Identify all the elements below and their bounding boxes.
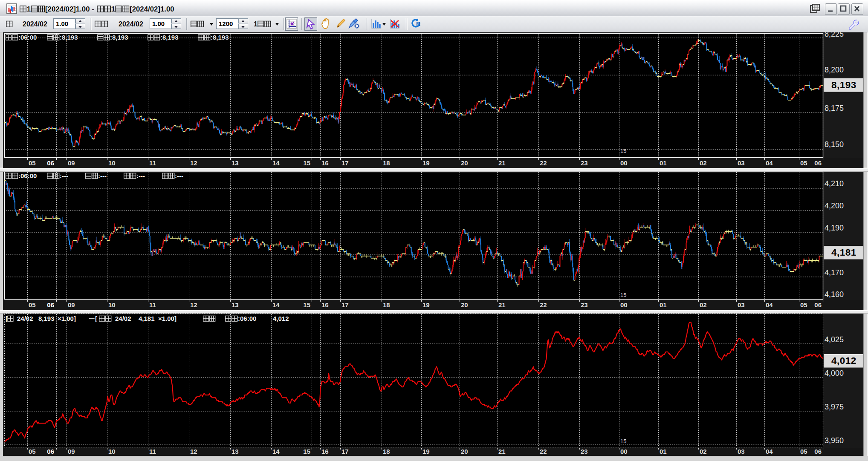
svg-text:8,193: 8,193 (831, 80, 856, 90)
svg-text:23: 23 (581, 159, 588, 167)
svg-text:2024/02: 2024/02 (119, 20, 143, 28)
svg-text:[: [ (95, 315, 97, 322)
svg-text:15: 15 (303, 448, 310, 455)
svg-text::8,193: :8,193 (60, 34, 78, 41)
svg-text:21: 21 (498, 159, 506, 167)
svg-text:06: 06 (814, 159, 822, 167)
svg-text:00: 00 (620, 448, 628, 455)
svg-text::8,193: :8,193 (110, 34, 128, 41)
svg-text:8,200: 8,200 (825, 66, 844, 74)
svg-text:3,950: 3,950 (825, 436, 844, 445)
svg-text::---: :--- (60, 172, 68, 179)
svg-text:11: 11 (149, 159, 156, 167)
svg-text:4,000: 4,000 (825, 369, 844, 377)
svg-text:18: 18 (383, 159, 390, 167)
svg-text:24/02: 24/02 (115, 315, 131, 322)
svg-text:22: 22 (540, 301, 547, 308)
svg-text:01: 01 (660, 448, 667, 455)
svg-text:02: 02 (700, 301, 707, 308)
svg-text:17: 17 (341, 301, 349, 308)
svg-text:8,193: 8,193 (38, 315, 55, 322)
svg-text:17: 17 (341, 159, 349, 167)
svg-text::06:00: :06:00 (18, 172, 37, 179)
svg-text:21: 21 (498, 448, 506, 455)
svg-text:24/02: 24/02 (17, 315, 33, 322)
svg-text:13: 13 (231, 301, 239, 308)
svg-text:12: 12 (190, 159, 197, 167)
svg-text:10: 10 (108, 448, 116, 455)
svg-text:1: 1 (254, 20, 258, 28)
svg-text:00: 00 (620, 301, 628, 308)
svg-text:12: 12 (190, 448, 197, 455)
svg-text:05: 05 (800, 448, 807, 455)
svg-text:20: 20 (461, 159, 468, 167)
svg-text:05: 05 (29, 301, 36, 308)
svg-text:[2024/02]1.00: [2024/02]1.00 (130, 5, 174, 13)
svg-text:15: 15 (620, 148, 626, 154)
svg-text:×1.00]: ×1.00] (58, 315, 76, 322)
svg-text:01: 01 (660, 301, 667, 308)
svg-text:4,200: 4,200 (825, 202, 844, 210)
svg-text:10: 10 (108, 301, 116, 308)
svg-text:4,160: 4,160 (825, 290, 844, 299)
svg-text:4,181: 4,181 (139, 315, 155, 322)
svg-text:4,210: 4,210 (825, 179, 844, 188)
svg-text:15: 15 (303, 301, 310, 308)
svg-text:×1.00]: ×1.00] (158, 315, 176, 322)
svg-text:R: R (416, 20, 420, 27)
svg-text:8,225: 8,225 (825, 32, 844, 38)
svg-text:1: 1 (27, 5, 31, 13)
svg-text:13: 13 (231, 159, 239, 167)
svg-text:04: 04 (766, 448, 773, 455)
svg-text:01: 01 (660, 159, 667, 167)
svg-text:4,170: 4,170 (825, 268, 844, 277)
svg-text:[2024/02]1.00 -: [2024/02]1.00 - (45, 5, 96, 13)
svg-text:05: 05 (29, 448, 36, 455)
svg-text:06: 06 (814, 301, 822, 308)
svg-text:20: 20 (461, 301, 468, 308)
svg-text:09: 09 (68, 159, 75, 167)
svg-text:09: 09 (68, 301, 75, 308)
svg-text:16: 16 (321, 301, 329, 308)
svg-text:05: 05 (800, 301, 807, 308)
svg-text:05: 05 (29, 159, 36, 167)
svg-text:4,012: 4,012 (273, 315, 289, 322)
svg-text:[: [ (6, 315, 8, 322)
svg-text:15: 15 (620, 438, 626, 444)
svg-text:17: 17 (341, 448, 349, 455)
svg-text:15: 15 (620, 292, 626, 298)
svg-text:04: 04 (766, 301, 773, 308)
svg-text:06: 06 (814, 448, 822, 455)
svg-text:06: 06 (47, 159, 54, 167)
svg-text:16: 16 (321, 448, 329, 455)
svg-text:4,025: 4,025 (825, 335, 844, 344)
svg-text:1: 1 (111, 5, 115, 13)
svg-text:21: 21 (498, 301, 506, 308)
svg-text:06: 06 (47, 448, 54, 455)
svg-text:00: 00 (620, 159, 628, 167)
svg-text:23: 23 (581, 301, 588, 308)
svg-text:05: 05 (800, 159, 807, 167)
svg-text::---: :--- (98, 172, 107, 179)
svg-text:19: 19 (422, 159, 430, 167)
svg-text:23: 23 (581, 448, 588, 455)
svg-text:4,181: 4,181 (831, 247, 856, 258)
svg-text:2024/02: 2024/02 (23, 20, 47, 28)
svg-text:4,190: 4,190 (825, 224, 844, 232)
svg-text::---: :--- (175, 172, 183, 179)
svg-text:4,012: 4,012 (831, 355, 856, 366)
svg-text:04: 04 (766, 159, 773, 167)
svg-text:11: 11 (149, 301, 156, 308)
svg-text:8,150: 8,150 (825, 140, 844, 149)
svg-text:12: 12 (190, 301, 197, 308)
svg-text:16: 16 (321, 159, 329, 167)
svg-text:11: 11 (149, 448, 156, 455)
svg-text:14: 14 (272, 448, 280, 455)
svg-text:8,175: 8,175 (825, 104, 844, 112)
svg-text::06:00: :06:00 (238, 315, 256, 322)
svg-text:03: 03 (738, 301, 745, 308)
svg-text:09: 09 (68, 448, 75, 455)
svg-text:03: 03 (738, 448, 745, 455)
svg-text::---: :--- (136, 172, 145, 179)
svg-text:02: 02 (700, 159, 707, 167)
